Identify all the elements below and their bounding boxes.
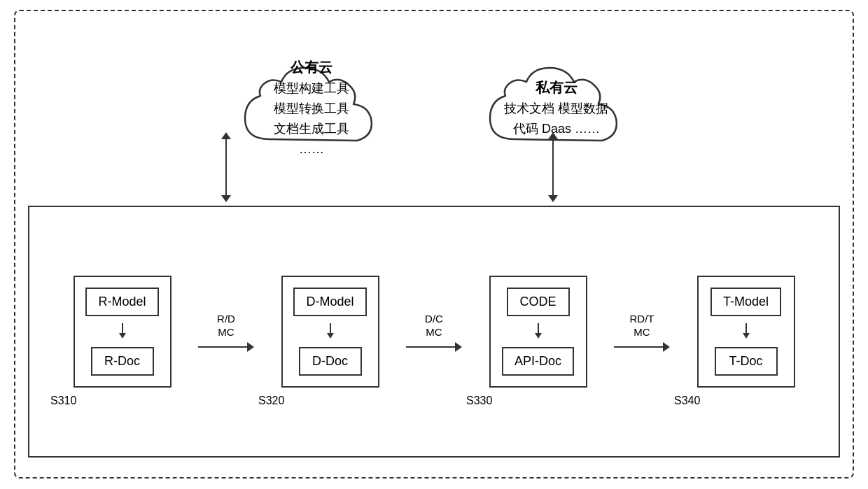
arrow-head (455, 342, 462, 352)
public-cloud-line4: …… (274, 139, 349, 160)
public-cloud-line1: 模型构建工具 (274, 78, 349, 99)
stage-s320: D-Model D-Doc S320 (258, 276, 402, 388)
arrow-line (330, 323, 331, 333)
s330-label: S330 (466, 395, 492, 407)
r-doc-box: R-Doc (91, 347, 154, 376)
stage-s310-box: R-Model R-Doc (74, 276, 172, 388)
arrow-head (535, 333, 542, 339)
top-section: 公有云 模型构建工具 模型转换工具 文档生成工具 …… 私有云 技术文档 模型数… (14, 17, 854, 199)
r-model-box: R-Model (85, 288, 158, 316)
arrow-line (406, 346, 455, 348)
left-double-arrow (220, 132, 232, 202)
arrow-line (746, 323, 747, 333)
s340-label: S340 (674, 395, 700, 407)
d-doc-box: D-Doc (299, 347, 362, 376)
stage-s330: CODE API-Doc S330 (466, 276, 610, 388)
arrow-line (225, 139, 227, 195)
arrow-head (247, 342, 254, 352)
arrow-s320-s330: D/CMC (406, 312, 462, 352)
private-cloud-text: 私有云 技术文档 模型数据 代码 Daas …… (504, 76, 608, 139)
s320-label: S320 (258, 395, 284, 407)
stage-s330-box: CODE API-Doc (489, 276, 587, 388)
horiz-arrow (406, 342, 462, 352)
public-cloud-line3: 文档生成工具 (274, 119, 349, 139)
arrow-s310-s320: R/DMC (198, 312, 254, 352)
s320-inner-arrow (327, 323, 334, 340)
arrow-s320-s330-label: D/CMC (425, 312, 443, 339)
s310-label: S310 (50, 395, 76, 407)
api-doc-box: API-Doc (502, 347, 574, 376)
arrow-line (552, 139, 554, 195)
horiz-arrow (198, 342, 254, 352)
arrow-line (122, 323, 123, 333)
diagram-container: 公有云 模型构建工具 模型转换工具 文档生成工具 …… 私有云 技术文档 模型数… (14, 10, 854, 479)
horiz-arrow (614, 342, 670, 352)
private-cloud-line2: 代码 Daas …… (504, 119, 608, 139)
arrow-s310-s320-label: R/DMC (217, 312, 235, 339)
arrow-down-head (221, 195, 231, 202)
arrow-line (198, 346, 247, 348)
stage-s340-box: T-Model T-Doc (697, 276, 795, 388)
private-cloud-line1: 技术文档 模型数据 (504, 99, 608, 119)
arrow-line (538, 323, 539, 333)
arrow-up-head (221, 132, 231, 139)
arrow-line (614, 346, 663, 348)
right-double-arrow (547, 132, 559, 202)
arrow-s330-s340: RD/TMC (614, 312, 670, 352)
arrow-down-head (548, 195, 558, 202)
public-cloud-line2: 模型转换工具 (274, 99, 349, 119)
bottom-section: R-Model R-Doc S310 R/DMC D-Model (28, 206, 840, 458)
stage-s320-box: D-Model D-Doc (281, 276, 379, 388)
t-doc-box: T-Doc (715, 347, 778, 376)
arrow-head (743, 333, 750, 339)
arrow-head (119, 333, 126, 339)
d-model-box: D-Model (293, 288, 366, 316)
s310-inner-arrow (119, 323, 126, 340)
public-cloud-text: 公有云 模型构建工具 模型转换工具 文档生成工具 …… (274, 56, 349, 159)
arrow-head (327, 333, 334, 339)
stage-s340: T-Model T-Doc S340 (674, 276, 818, 388)
public-cloud: 公有云 模型构建工具 模型转换工具 文档生成工具 …… (231, 48, 392, 167)
code-box: CODE (507, 288, 570, 316)
private-cloud-title: 私有云 (504, 76, 608, 99)
arrow-head (663, 342, 670, 352)
arrow-s330-s340-label: RD/TMC (630, 312, 654, 339)
t-model-box: T-Model (710, 288, 781, 316)
s330-inner-arrow (535, 323, 542, 340)
s340-inner-arrow (743, 323, 750, 340)
public-cloud-title: 公有云 (274, 56, 349, 78)
stage-s310: R-Model R-Doc S310 (50, 276, 194, 388)
